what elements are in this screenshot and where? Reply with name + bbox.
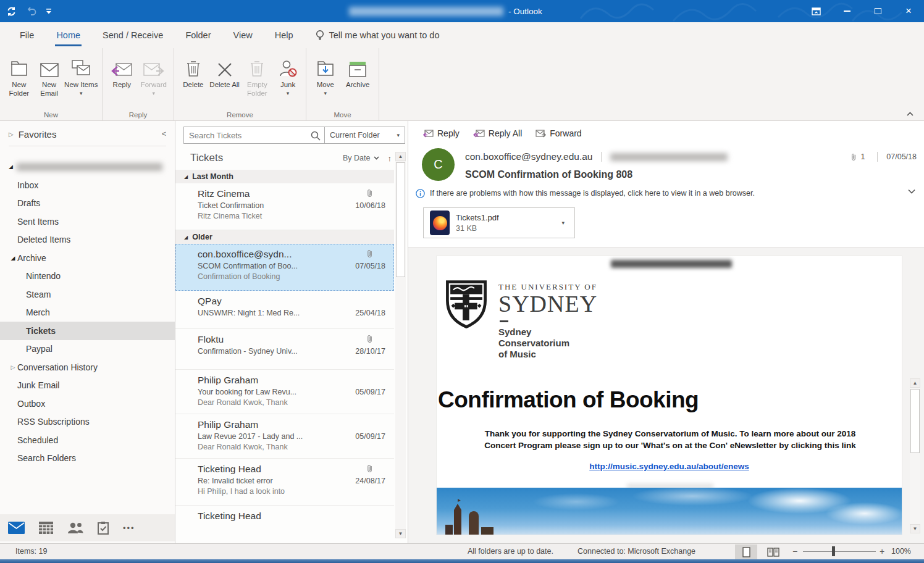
zoom-in-button[interactable]: + [880, 546, 884, 556]
sidebar-item-merch[interactable]: Merch [0, 304, 175, 322]
empty-folder-button[interactable]: Empty Folder [241, 53, 274, 98]
people-nav-icon[interactable] [67, 522, 83, 534]
more-nav-options-icon[interactable]: ••• [123, 523, 135, 533]
undo-icon[interactable] [27, 7, 36, 15]
collapse-ribbon-button[interactable] [907, 112, 913, 115]
attachment-chip[interactable]: Tickets1.pdf 31 KB ▾ [423, 207, 575, 238]
sidebar-item-steam[interactable]: Steam [0, 285, 175, 304]
reading-view-button[interactable] [735, 544, 757, 559]
scroll-up-icon[interactable]: ▲ [395, 152, 406, 161]
sidebar-item-tickets[interactable]: Tickets [0, 322, 175, 340]
maximize-button[interactable] [862, 0, 893, 22]
favorites-header[interactable]: ▷ Favorites < [0, 121, 175, 143]
sidebar-item-sent-items[interactable]: Sent Items [0, 212, 175, 231]
tell-me-box[interactable]: Tell me what you want to do [316, 30, 440, 41]
mail-nav-icon[interactable] [8, 522, 25, 534]
favorites-expand-icon[interactable]: ▷ [9, 131, 14, 138]
new-items-button[interactable]: New Items ▾ [64, 53, 98, 96]
normal-view-button[interactable] [762, 544, 784, 559]
scroll-down-icon[interactable]: ▼ [395, 529, 406, 538]
sidebar-item-outbox[interactable]: Outbox [0, 394, 175, 413]
attachment-dropdown-icon[interactable]: ▾ [561, 220, 568, 226]
move-button[interactable]: Move ▾ [310, 53, 341, 96]
sidebar-item-inbox[interactable]: Inbox [0, 176, 175, 194]
tab-help[interactable]: Help [264, 22, 304, 48]
sidebar-item-paypal[interactable]: Paypal [0, 340, 175, 359]
tab-view[interactable]: View [222, 22, 264, 48]
sort-by-dropdown[interactable]: By Date [343, 154, 379, 162]
email-item-con-boxoffice[interactable]: con.boxoffice@sydn... SCOM Confirmation … [175, 244, 394, 291]
new-folder-button[interactable]: New Folder [4, 53, 35, 98]
forward-dropdown-icon[interactable]: ▾ [153, 90, 156, 96]
email-item-qpay[interactable]: QPay UNSWMR: Night 1: Med Re...25/04/18 [175, 291, 394, 329]
forward-button[interactable]: Forward ▾ [138, 53, 170, 96]
search-icon[interactable] [311, 131, 321, 141]
ribbon-display-options-button[interactable] [800, 0, 831, 22]
sidebar-item-rss-subscriptions[interactable]: RSS Subscriptions [0, 413, 175, 432]
minimize-folder-pane-icon[interactable]: < [162, 130, 166, 138]
info-bar-text: If there are problems with how this mess… [430, 189, 755, 198]
enews-link[interactable]: http://music.sydney.edu.au/about/enews [589, 462, 749, 471]
email-item-ritz-cinema[interactable]: Ritz Cinema Ticket Confirmation10/06/18 … [175, 183, 394, 230]
sidebar-item-search-folders[interactable]: Search Folders [0, 449, 175, 468]
tab-folder[interactable]: Folder [174, 22, 222, 48]
scroll-down-icon[interactable]: ▼ [910, 524, 920, 533]
zoom-slider-thumb[interactable] [832, 546, 835, 556]
close-button[interactable]: × [893, 0, 924, 22]
email-item-floktu[interactable]: Floktu Confirmation - Sydney Univ...28/1… [175, 329, 394, 370]
sidebar-item-deleted-items[interactable]: Deleted Items [0, 231, 175, 249]
scrollbar-thumb[interactable] [396, 162, 405, 277]
search-input[interactable] [184, 131, 324, 140]
account-expand-icon[interactable]: ◢ [9, 164, 13, 170]
search-box[interactable] [183, 127, 325, 144]
calendar-nav-icon[interactable] [39, 522, 53, 534]
sidebar-item-scheduled[interactable]: Scheduled [0, 431, 175, 449]
tab-send-receive[interactable]: Send / Receive [91, 22, 174, 48]
email-item-philip-graham-2[interactable]: Philip Graham Law Revue 2017 - Lady and … [175, 414, 394, 459]
reply-button[interactable]: Reply [106, 53, 138, 90]
zoom-level[interactable]: 100% [891, 547, 911, 556]
reply-action[interactable]: Reply [423, 128, 460, 138]
sort-direction-icon[interactable]: ↑ [388, 154, 392, 163]
sidebar-item-archive[interactable]: ◢Archive [0, 249, 175, 267]
email-item-ticketing-head-2[interactable]: Ticketing Head [175, 506, 394, 543]
delete-button[interactable]: Delete [178, 53, 209, 90]
email-item-ticketing-head-1[interactable]: Ticketing Head Re: Invalid ticket error2… [175, 459, 394, 506]
list-header: Tickets By Date ↑ [190, 150, 392, 166]
reply-all-action[interactable]: Reply All [473, 128, 522, 138]
forward-action[interactable]: Forward [536, 128, 581, 138]
new-email-button[interactable]: New Email [35, 53, 64, 98]
sidebar-item-drafts[interactable]: Drafts [0, 194, 175, 213]
tab-file[interactable]: File [9, 22, 45, 48]
list-group-older[interactable]: ◢Older [175, 230, 394, 244]
sidebar-item-junk-email[interactable]: Junk Email [0, 377, 175, 395]
reading-pane-scrollbar[interactable]: ▲ ▼ [910, 378, 920, 533]
zoom-out-button[interactable]: − [792, 546, 797, 556]
customize-qat-icon[interactable] [46, 9, 51, 14]
archive-expand-icon[interactable]: ◢ [9, 255, 17, 261]
account-root[interactable]: ◢ [0, 157, 175, 176]
sender-email[interactable]: con.boxoffice@sydney.edu.au [465, 151, 592, 162]
list-group-last-month[interactable]: ◢Last Month [175, 170, 394, 183]
minimize-button[interactable] [831, 0, 862, 22]
move-dropdown-icon[interactable]: ▾ [324, 90, 327, 96]
sidebar-item-conversation-history[interactable]: ▷Conversation History [0, 358, 175, 377]
search-scope-dropdown[interactable]: Current Folder ▾ [325, 127, 405, 144]
scroll-up-icon[interactable]: ▲ [910, 378, 920, 388]
junk-button[interactable]: Junk ▾ [274, 53, 302, 96]
tab-home[interactable]: Home [45, 22, 91, 48]
message-list-scrollbar[interactable]: ▲ ▼ [395, 152, 406, 538]
junk-dropdown-icon[interactable]: ▾ [287, 90, 290, 96]
sidebar-item-nintendo[interactable]: Nintendo [0, 267, 175, 286]
expand-header-chevron-icon[interactable] [908, 189, 915, 194]
tasks-nav-icon[interactable] [98, 522, 109, 535]
delete-all-button[interactable]: Delete All [209, 53, 241, 90]
email-item-philip-graham-1[interactable]: Philip Graham Your booking for Law Revu.… [175, 370, 394, 414]
zoom-slider-track[interactable] [803, 551, 876, 552]
new-items-dropdown-icon[interactable]: ▾ [80, 90, 83, 96]
conversation-history-expand-icon[interactable]: ▷ [9, 364, 17, 370]
send-receive-all-icon[interactable] [6, 6, 17, 17]
scrollbar-thumb[interactable] [910, 389, 920, 453]
archive-button[interactable]: Archive [341, 53, 375, 90]
message-info-bar[interactable]: If there are problems with how this mess… [416, 186, 905, 200]
